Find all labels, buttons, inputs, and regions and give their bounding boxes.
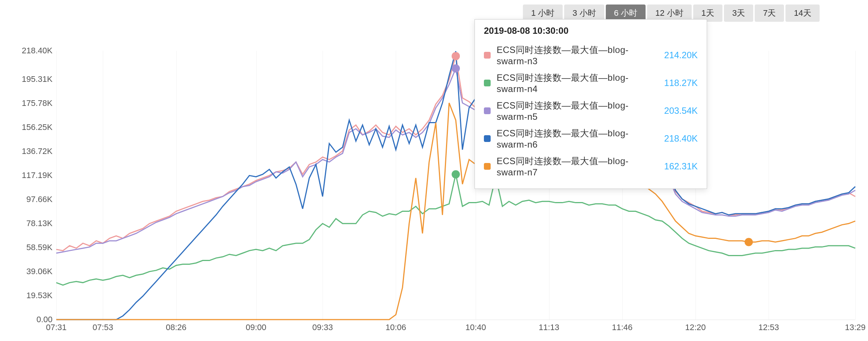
chart-tooltip: 2019-08-08 10:30:00 ECS同时连接数—最大值—blog-sw… (475, 19, 707, 189)
y-tick-label: 19.53K (11, 291, 53, 300)
y-tick-label: 97.66K (11, 195, 53, 204)
x-tick-label: 08:26 (166, 323, 186, 332)
tooltip-title: 2019-08-08 10:30:00 (484, 26, 698, 36)
x-tick-label: 09:00 (246, 323, 266, 332)
x-tick-label: 10:40 (466, 323, 486, 332)
grid-line (56, 51, 57, 320)
x-tick-label: 11:46 (612, 323, 632, 332)
x-tick-label: 11:13 (539, 323, 559, 332)
x-tick-label: 07:31 (46, 323, 66, 332)
y-tick-label: 78.13K (11, 219, 53, 228)
legend-swatch-n5 (484, 107, 491, 114)
grid-line (256, 51, 257, 320)
tooltip-value: 214.20K (664, 50, 698, 60)
grid-line (176, 51, 177, 320)
tooltip-value: 218.40K (664, 133, 698, 144)
x-tick-label: 12:20 (685, 323, 706, 332)
legend-swatch-n3 (484, 52, 491, 59)
x-tick-label: 07:53 (93, 323, 113, 332)
highlight-marker (452, 64, 460, 72)
tooltip-row-n4: ECS同时连接数—最大值—blog-swarm-n4 118.27K (484, 69, 698, 97)
tooltip-label: ECS同时连接数—最大值—blog-swarm-n5 (497, 100, 655, 122)
x-tick-label: 09:33 (312, 323, 333, 332)
tooltip-row-n5: ECS同时连接数—最大值—blog-swarm-n5 203.54K (484, 97, 698, 125)
range-3d[interactable]: 3天 (724, 5, 753, 22)
y-tick-label: 136.72K (11, 146, 53, 156)
range-14d[interactable]: 14天 (785, 5, 819, 22)
highlight-marker (452, 52, 460, 60)
x-tick-label: 10:06 (386, 323, 406, 332)
chart-plot-area[interactable]: 0.0019.53K39.06K58.59K78.13K97.66K117.19… (56, 51, 855, 320)
grid-line (396, 51, 396, 320)
x-tick-label: 13:29 (845, 323, 865, 332)
tooltip-value: 203.54K (664, 106, 698, 116)
y-tick-label: 218.40K (11, 46, 53, 56)
grid-line (103, 51, 103, 320)
y-tick-label: 58.59K (11, 243, 53, 252)
y-tick-label: 39.06K (11, 267, 53, 276)
tooltip-label: ECS同时连接数—最大值—blog-swarm-n4 (497, 72, 655, 94)
tooltip-label: ECS同时连接数—最大值—blog-swarm-n7 (497, 155, 655, 178)
highlight-marker (745, 238, 753, 246)
legend-swatch-n7 (484, 163, 491, 170)
range-7d[interactable]: 7天 (755, 5, 784, 22)
tooltip-value: 118.27K (664, 78, 698, 88)
legend-swatch-n6 (484, 135, 491, 142)
y-tick-label: 156.25K (11, 122, 53, 132)
tooltip-value: 162.31K (664, 161, 698, 172)
y-tick-label: 175.78K (11, 98, 53, 108)
tooltip-row-n7: ECS同时连接数—最大值—blog-swarm-n7 162.31K (484, 152, 698, 180)
tooltip-row-n6: ECS同时连接数—最大值—blog-swarm-n6 218.40K (484, 125, 698, 152)
legend-swatch-n4 (484, 80, 491, 86)
x-tick-label: 12:53 (758, 323, 779, 332)
y-tick-label: 117.19K (11, 170, 53, 180)
tooltip-label: ECS同时连接数—最大值—blog-swarm-n6 (497, 127, 655, 150)
grid-line (855, 51, 856, 320)
highlight-marker (452, 170, 460, 178)
grid-line (769, 51, 769, 320)
tooltip-row-n3: ECS同时连接数—最大值—blog-swarm-n3 214.20K (484, 41, 698, 69)
y-tick-label: 195.31K (11, 74, 53, 84)
tooltip-label: ECS同时连接数—最大值—blog-swarm-n3 (497, 44, 655, 66)
grid-line (323, 51, 323, 320)
